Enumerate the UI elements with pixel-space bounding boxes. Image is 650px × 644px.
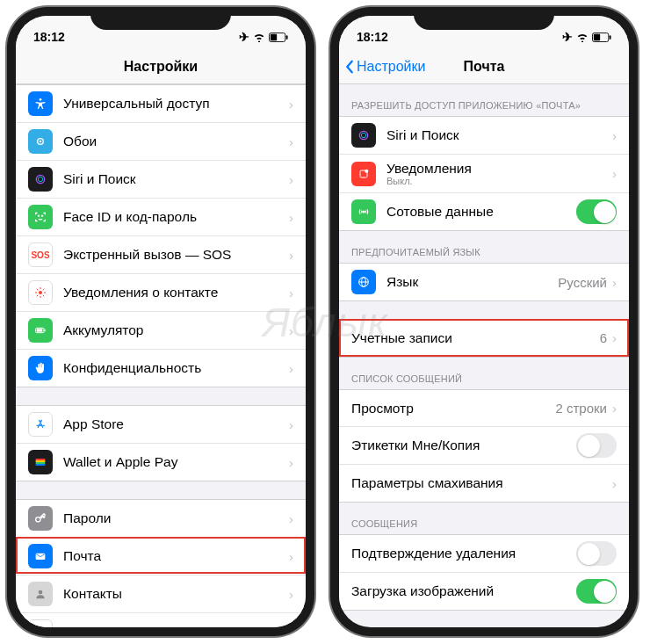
settings-content[interactable]: Универсальный доступ › Обои › Siri и Пои… [16, 84, 306, 627]
row-mail[interactable]: Почта › [16, 538, 306, 575]
row-faceid[interactable]: Face ID и код-пароль › [16, 199, 306, 236]
svg-line-15 [37, 289, 38, 290]
svg-point-26 [36, 517, 40, 522]
row-label: Подтверждение удаления [351, 546, 576, 561]
row-cellular[interactable]: Сотовые данные [339, 193, 629, 230]
row-label: Этикетки Мне/Копия [351, 438, 576, 453]
battery-icon-row [28, 318, 53, 343]
row-accounts[interactable]: Учетные записи 6 › [339, 320, 629, 357]
row-swipe[interactable]: Параметры смахивания › [339, 465, 629, 502]
svg-point-48 [361, 133, 365, 137]
row-wallpaper[interactable]: Обои › [16, 123, 306, 161]
row-load-images[interactable]: Загрузка изображений [339, 573, 629, 610]
row-appstore[interactable]: App Store › [16, 406, 306, 444]
row-label: Обои [63, 134, 289, 149]
row-label: Контакты [63, 586, 289, 602]
row-notifications[interactable]: Уведомления Выкл. › [339, 155, 629, 193]
row-passwords[interactable]: Пароли › [16, 500, 306, 538]
row-confirm-delete[interactable]: Подтверждение удаления [339, 535, 629, 573]
svg-point-50 [365, 169, 368, 172]
row-labels-me[interactable]: Этикетки Мне/Копия [339, 427, 629, 465]
accessibility-icon [28, 91, 53, 116]
nav-bar: Настройки Почта [339, 51, 629, 84]
row-calendar[interactable]: Календарь › [16, 613, 306, 627]
row-value: Русский [558, 275, 607, 290]
row-value: 6 [600, 330, 607, 345]
svg-line-18 [43, 289, 44, 290]
contacts-icon [28, 582, 53, 606]
row-label: Учетные записи [351, 330, 600, 346]
chevron-icon: › [289, 625, 293, 628]
row-battery[interactable]: Аккумулятор › [16, 312, 306, 350]
row-label: Wallet и Apple Pay [63, 454, 289, 470]
exposure-icon [28, 280, 53, 305]
row-label: Почта [63, 548, 289, 564]
svg-rect-46 [610, 35, 611, 40]
svg-point-5 [40, 141, 42, 143]
nav-bar: Настройки [16, 51, 306, 84]
chevron-icon: › [612, 330, 617, 345]
images-toggle[interactable] [576, 579, 617, 604]
svg-rect-25 [36, 464, 46, 466]
section-language: ПРЕДПОЧИТАЕМЫЙ ЯЗЫК [339, 231, 629, 263]
row-language[interactable]: Язык Русский › [339, 264, 629, 300]
notifications-icon [351, 162, 376, 186]
chevron-icon: › [289, 549, 293, 564]
row-siri[interactable]: Siri и Поиск › [16, 161, 306, 199]
labels-toggle[interactable] [576, 433, 617, 458]
airplane-icon: ✈︎ [239, 30, 249, 44]
notch [414, 7, 554, 30]
row-label: Пароли [63, 510, 289, 526]
svg-line-16 [43, 295, 44, 296]
row-label: Конфиденциальность [63, 360, 289, 376]
row-label: Универсальный доступ [63, 96, 289, 112]
row-siri-search[interactable]: Siri и Поиск › [339, 117, 629, 155]
confirm-toggle[interactable] [576, 541, 617, 566]
airplane-icon: ✈︎ [562, 30, 573, 44]
svg-rect-22 [36, 459, 46, 460]
key-icon [28, 506, 53, 531]
notch [90, 7, 231, 30]
row-universal-access[interactable]: Универсальный доступ › [16, 85, 306, 123]
row-contact-notify[interactable]: Уведомления о контакте › [16, 274, 306, 312]
chevron-icon: › [289, 97, 293, 112]
status-icons: ✈︎ [562, 30, 611, 44]
row-label: Уведомления [386, 161, 612, 176]
mail-settings-content[interactable]: РАЗРЕШИТЬ ДОСТУП ПРИЛОЖЕНИЮ «ПОЧТА» Siri… [339, 84, 629, 627]
svg-rect-23 [36, 460, 46, 462]
mail-icon [28, 544, 53, 568]
svg-point-8 [38, 215, 39, 216]
siri-icon [351, 123, 376, 148]
section-message-list: СПИСОК СООБЩЕНИЙ [339, 358, 629, 389]
row-preview[interactable]: Просмотр 2 строки › [339, 390, 629, 427]
row-label: Экстренный вызов — SOS [63, 247, 289, 263]
chevron-icon: › [289, 248, 293, 263]
row-privacy[interactable]: Конфиденциальность › [16, 350, 306, 387]
status-time: 18:12 [33, 30, 65, 44]
svg-point-28 [39, 590, 43, 595]
right-phone: 18:12 ✈︎ Настройки Почта РАЗРЕШИТЬ ДОСТУ… [330, 7, 638, 636]
chevron-icon: › [289, 455, 293, 470]
appstore-icon [28, 412, 53, 437]
row-value: 2 строки [555, 401, 607, 416]
chevron-icon: › [289, 323, 293, 338]
chevron-icon: › [289, 361, 293, 376]
cellular-icon [351, 199, 376, 224]
svg-point-47 [359, 131, 367, 139]
cellular-toggle[interactable] [576, 199, 617, 224]
row-sos[interactable]: SOS Экстренный вызов — SOS › [16, 236, 306, 274]
chevron-icon: › [612, 166, 617, 181]
back-button[interactable]: Настройки [344, 59, 425, 75]
row-wallet[interactable]: Wallet и Apple Pay › [16, 444, 306, 481]
chevron-icon: › [289, 417, 293, 432]
right-screen: 18:12 ✈︎ Настройки Почта РАЗРЕШИТЬ ДОСТУ… [339, 16, 629, 627]
hand-icon [28, 356, 53, 380]
section-allow-access: РАЗРЕШИТЬ ДОСТУП ПРИЛОЖЕНИЮ «ПОЧТА» [339, 84, 629, 116]
row-label: Уведомления о контакте [63, 285, 289, 300]
chevron-icon: › [612, 128, 617, 143]
row-contacts[interactable]: Контакты › [16, 575, 306, 613]
row-label: Календарь [63, 624, 289, 627]
chevron-icon: › [289, 511, 293, 526]
wallet-icon [28, 450, 53, 474]
chevron-icon: › [612, 275, 617, 290]
